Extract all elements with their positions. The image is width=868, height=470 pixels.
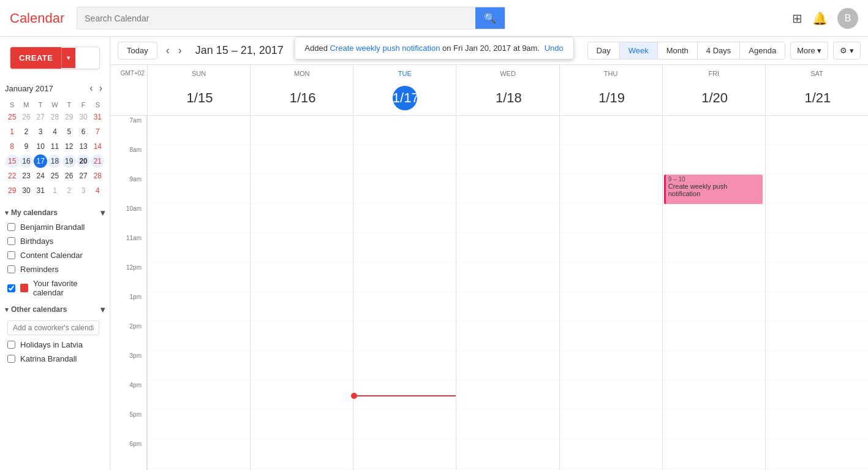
hour-block[interactable]: [560, 116, 662, 145]
hour-block[interactable]: [766, 381, 868, 410]
mini-cal-day[interactable]: 27: [34, 110, 47, 124]
mini-cal-day[interactable]: 31: [34, 184, 47, 197]
mini-cal-day[interactable]: 1: [6, 125, 19, 138]
mini-cal-day[interactable]: 28: [91, 169, 104, 183]
mini-cal-day[interactable]: 18: [48, 154, 61, 168]
day-column[interactable]: [765, 116, 868, 470]
mini-cal-day[interactable]: 27: [77, 169, 90, 183]
mini-cal-day[interactable]: 6: [77, 125, 90, 138]
day-column[interactable]: [456, 116, 559, 470]
hour-block[interactable]: [353, 351, 456, 381]
day-header-cell[interactable]: Wed1/18: [456, 65, 559, 115]
hour-block[interactable]: [251, 381, 353, 410]
hour-block[interactable]: [560, 292, 662, 322]
hour-block[interactable]: [353, 439, 456, 469]
mini-cal-day[interactable]: 2: [62, 184, 76, 197]
view-week-button[interactable]: Week: [620, 42, 658, 59]
mini-cal-day[interactable]: 1: [48, 184, 61, 197]
hour-block[interactable]: [148, 116, 250, 145]
search-input[interactable]: [77, 7, 475, 29]
next-period-button[interactable]: ›: [175, 42, 186, 59]
mini-cal-day[interactable]: 26: [20, 110, 33, 124]
hour-block[interactable]: [766, 439, 868, 469]
day-column[interactable]: [147, 116, 250, 470]
hour-block[interactable]: [251, 263, 353, 292]
hour-block[interactable]: [663, 263, 765, 292]
hour-block[interactable]: [251, 175, 353, 204]
hour-block[interactable]: [353, 175, 456, 204]
hour-block[interactable]: [353, 145, 456, 175]
day-header-cell[interactable]: Fri1/20: [662, 65, 765, 115]
mini-cal-day[interactable]: 11: [48, 140, 61, 153]
day-header-cell[interactable]: Tue1/17: [353, 65, 456, 115]
hour-block[interactable]: [353, 116, 456, 145]
mini-cal-day[interactable]: 31: [91, 110, 104, 124]
calendar-checkbox[interactable]: [7, 265, 15, 273]
calendar-checkbox[interactable]: [7, 284, 15, 292]
mini-cal-day[interactable]: 29: [6, 184, 19, 197]
hour-block[interactable]: [766, 204, 868, 233]
hour-block[interactable]: [456, 145, 559, 175]
mini-cal-day[interactable]: 17: [34, 154, 47, 168]
hour-block[interactable]: [456, 116, 559, 145]
more-button[interactable]: More ▾: [790, 42, 828, 59]
hour-block[interactable]: [148, 439, 250, 469]
hour-block[interactable]: [456, 233, 559, 263]
calendar-checkbox[interactable]: [7, 341, 15, 349]
hour-block[interactable]: [251, 351, 353, 381]
other-calendars-header[interactable]: ▾ Other calendars ▾: [0, 300, 110, 317]
mini-cal-day[interactable]: 25: [6, 110, 19, 124]
hour-block[interactable]: [766, 233, 868, 263]
hour-block[interactable]: [456, 322, 559, 351]
my-calendar-item[interactable]: Birthdays: [0, 234, 110, 248]
view-month-button[interactable]: Month: [658, 42, 698, 59]
hour-block[interactable]: [148, 322, 250, 351]
mini-cal-day[interactable]: 4: [48, 125, 61, 138]
hour-block[interactable]: [560, 145, 662, 175]
hour-block[interactable]: [148, 145, 250, 175]
hour-block[interactable]: [148, 351, 250, 381]
hour-block[interactable]: [766, 145, 868, 175]
hour-block[interactable]: [663, 351, 765, 381]
notifications-button[interactable]: 🔔: [812, 11, 828, 26]
my-calendar-item[interactable]: Your favorite calendar: [0, 276, 110, 300]
hour-block[interactable]: [663, 145, 765, 175]
hour-block[interactable]: [560, 233, 662, 263]
hour-block[interactable]: [766, 175, 868, 204]
mini-cal-day[interactable]: 3: [77, 184, 90, 197]
today-button[interactable]: Today: [118, 42, 157, 59]
hour-block[interactable]: [353, 322, 456, 351]
hour-block[interactable]: [663, 381, 765, 410]
hour-block[interactable]: [456, 381, 559, 410]
hour-block[interactable]: [663, 439, 765, 469]
apps-grid-button[interactable]: ⊞: [792, 11, 802, 26]
day-header-cell[interactable]: Mon1/16: [250, 65, 353, 115]
hour-block[interactable]: [766, 292, 868, 322]
mini-cal-day[interactable]: 30: [77, 110, 90, 124]
hour-block[interactable]: [251, 116, 353, 145]
day-header-cell[interactable]: Thu1/19: [559, 65, 662, 115]
prev-period-button[interactable]: ‹: [162, 42, 173, 59]
hour-block[interactable]: [766, 322, 868, 351]
day-header-cell[interactable]: Sun1/15: [147, 65, 250, 115]
my-calendars-options-icon[interactable]: ▾: [100, 208, 105, 218]
hour-block[interactable]: [766, 116, 868, 145]
mini-cal-day[interactable]: 9: [20, 140, 33, 153]
hour-block[interactable]: [456, 175, 559, 204]
mini-cal-day[interactable]: 15: [6, 154, 19, 168]
avatar[interactable]: B: [837, 8, 858, 29]
mini-cal-day[interactable]: 3: [34, 125, 47, 138]
mini-cal-day[interactable]: 14: [91, 140, 104, 153]
day-column[interactable]: [353, 116, 456, 470]
calendar-checkbox[interactable]: [7, 355, 15, 363]
hour-block[interactable]: [251, 322, 353, 351]
day-column[interactable]: [250, 116, 353, 470]
mini-cal-day[interactable]: 4: [91, 184, 104, 197]
mini-cal-day[interactable]: 10: [34, 140, 47, 153]
other-calendar-item[interactable]: Katrina Brandall: [0, 352, 110, 366]
undo-link[interactable]: Undo: [545, 44, 564, 53]
day-header-cell[interactable]: Sat1/21: [765, 65, 868, 115]
day-column[interactable]: [559, 116, 662, 470]
hour-block[interactable]: [148, 292, 250, 322]
hour-block[interactable]: [353, 204, 456, 233]
